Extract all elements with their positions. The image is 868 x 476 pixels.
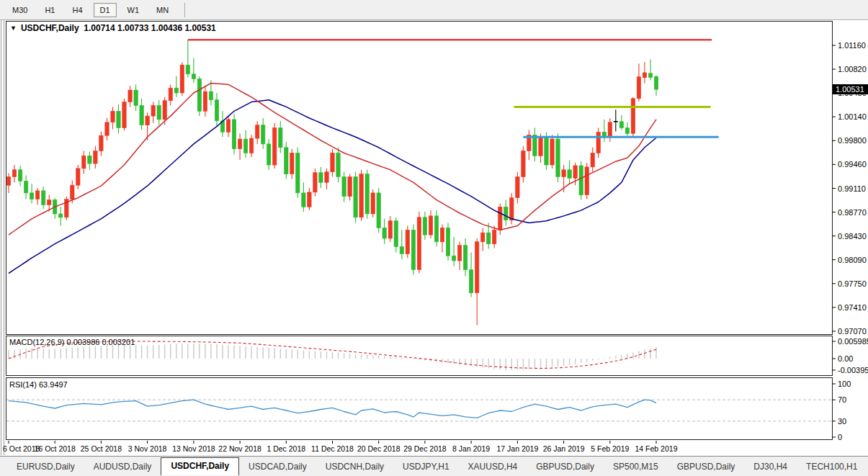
svg-text:1.00140: 1.00140 [838, 112, 867, 121]
svg-text:0.99110: 0.99110 [838, 184, 866, 193]
timeframe-button-h1[interactable]: H1 [38, 3, 61, 17]
tab-gbpusd-daily[interactable]: GBPUSD,Daily [527, 459, 604, 475]
timeframe-button-m30[interactable]: M30 [6, 3, 34, 17]
tab-dj30-h4[interactable]: DJ30,H4 [744, 459, 797, 475]
svg-text:0.97410: 0.97410 [838, 303, 867, 312]
timeframe-button-mn[interactable]: MN [150, 3, 175, 17]
svg-text:0.97070: 0.97070 [838, 327, 867, 336]
timeframe-button-w1[interactable]: W1 [121, 3, 146, 17]
tab-sp500-m15[interactable]: SP500,M15 [604, 459, 668, 475]
svg-text:0.00: 0.00 [838, 354, 853, 363]
svg-text:29 Dec 2018: 29 Dec 2018 [403, 444, 447, 453]
rsi-panel [6, 378, 833, 440]
svg-text:0.97750: 0.97750 [838, 279, 867, 288]
tab-usdcnh-daily[interactable]: USDCNH,Daily [316, 459, 393, 475]
macd-main-value: 0.003986 [66, 338, 99, 346]
svg-text:100: 100 [838, 380, 851, 388]
svg-text:1.01160: 1.01160 [838, 41, 866, 50]
toolbar-separator [184, 3, 185, 17]
current-price-value: 1.00531 [836, 85, 864, 94]
svg-text:3 Nov 2018: 3 Nov 2018 [128, 444, 167, 453]
svg-text:1 Dec 2018: 1 Dec 2018 [267, 444, 305, 453]
tab-tech100-h1[interactable]: TECH100,H1 [797, 459, 867, 475]
chart-dropdown-icon[interactable]: ▼ [10, 24, 17, 32]
svg-text:0.99800: 0.99800 [838, 136, 867, 145]
rsi-axis: 10070300 [832, 380, 851, 441]
timeframe-button-d1[interactable]: D1 [94, 3, 117, 17]
svg-text:13 Nov 2018: 13 Nov 2018 [172, 444, 215, 453]
symbol-period-label: USDCHF,Daily [21, 23, 79, 33]
price-panel [6, 22, 833, 335]
svg-text:30: 30 [838, 417, 846, 426]
svg-text:11 Dec 2018: 11 Dec 2018 [311, 444, 354, 453]
svg-text:20 Dec 2018: 20 Dec 2018 [357, 444, 401, 453]
svg-text:-0.003954: -0.003954 [838, 366, 868, 374]
ohlc-values: 1.00714 1.00733 1.00436 1.00531 [84, 23, 216, 33]
macd-name: MACD(12,26,9) [9, 338, 64, 346]
svg-text:0: 0 [838, 433, 842, 441]
svg-text:25 Oct 2018: 25 Oct 2018 [81, 444, 122, 453]
trading-platform-window: 1.011601.008201.004801.001400.998000.994… [0, 0, 868, 476]
svg-text:0.99460: 0.99460 [838, 160, 867, 169]
svg-text:0.005985: 0.005985 [838, 337, 868, 346]
svg-text:1.00820: 1.00820 [838, 65, 867, 73]
rsi-name: RSI(14) [9, 380, 37, 389]
rsi-value: 63.9497 [39, 380, 68, 389]
tab-usdjpy-h1[interactable]: USDJPY,H1 [393, 459, 458, 475]
svg-text:16 Oct 2018: 16 Oct 2018 [35, 444, 76, 453]
svg-text:0.98430: 0.98430 [838, 232, 867, 241]
tab-xauusd-h4[interactable]: XAUUSD,H4 [459, 459, 527, 475]
chart-canvas[interactable]: 1.011601.008201.004801.001400.998000.994… [0, 0, 868, 476]
macd-axis: 0.0059850.00-0.003954 [832, 337, 868, 374]
macd-signal-value: 0.003201 [102, 338, 135, 346]
svg-text:8 Jan 2019: 8 Jan 2019 [452, 444, 490, 453]
svg-text:5 Feb 2019: 5 Feb 2019 [591, 444, 629, 453]
timeframe-toolbar: M30H1H4D1W1MN [0, 0, 868, 20]
svg-text:26 Jan 2019: 26 Jan 2019 [543, 444, 585, 453]
svg-text:0.98770: 0.98770 [838, 208, 867, 217]
tab-usdchf-daily[interactable]: USDCHF,Daily [161, 457, 239, 475]
tab-usdcad-daily[interactable]: USDCAD,Daily [239, 459, 316, 475]
svg-text:70: 70 [838, 395, 846, 404]
svg-text:22 Nov 2018: 22 Nov 2018 [218, 444, 261, 453]
macd-indicator-label: MACD(12,26,9) 0.003986 0.003201 [9, 338, 135, 346]
rsi-indicator-label: RSI(14) 63.9497 [9, 380, 68, 389]
timeframe-button-h4[interactable]: H4 [66, 3, 89, 17]
tab-audusd-daily[interactable]: AUDUSD,Daily [84, 459, 161, 475]
tab-eurusd-daily[interactable]: EURUSD,Daily [7, 459, 84, 475]
symbol-tab-bar: EURUSD,DailyAUDUSD,DailyUSDCHF,DailyUSDC… [0, 456, 868, 476]
svg-text:17 Jan 2019: 17 Jan 2019 [496, 444, 538, 453]
tab-gbpusd-daily[interactable]: GBPUSD,Daily [668, 459, 745, 475]
svg-text:0.98090: 0.98090 [838, 256, 867, 264]
chart-title: ▼USDCHF,Daily 1.00714 1.00733 1.00436 1.… [10, 23, 216, 33]
svg-text:14 Feb 2019: 14 Feb 2019 [635, 444, 678, 453]
date-axis: 6 Oct 201816 Oct 201825 Oct 20183 Nov 20… [3, 441, 678, 453]
